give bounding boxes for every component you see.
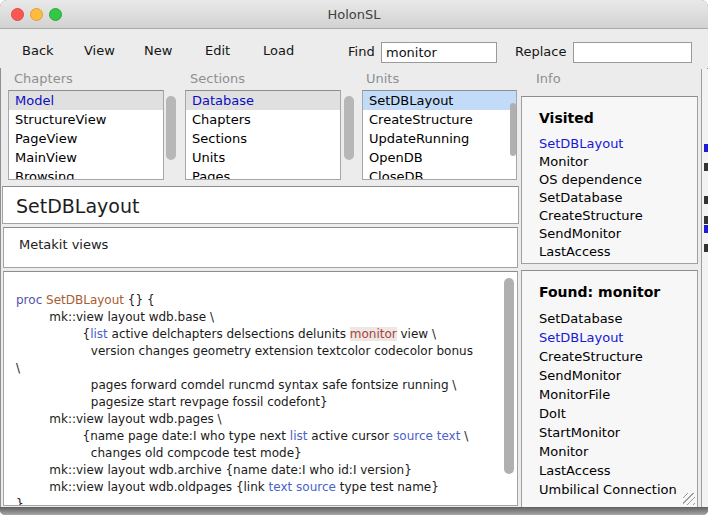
found-title: Found: monitor — [522, 271, 697, 309]
window-bottom-edge — [0, 507, 708, 515]
units-item-updaterunning[interactable]: UpdateRunning — [363, 129, 516, 148]
chapters-item-model[interactable]: Model — [9, 91, 163, 110]
found-link[interactable]: DoIt — [522, 404, 697, 423]
sections-scrollbar[interactable] — [344, 90, 354, 180]
unit-subtitle-panel[interactable]: Metakit views — [3, 227, 518, 268]
sections-item-database[interactable]: Database — [186, 91, 340, 110]
visited-panel: Visited SetDBLayoutMonitorOS dependenceS… — [521, 96, 698, 264]
visited-title: Visited — [522, 97, 697, 135]
code-line: pagesize start revpage fossil codefont} — [16, 394, 517, 411]
code-line: } — [16, 496, 517, 506]
found-link[interactable]: StartMonitor — [522, 423, 697, 442]
visited-link[interactable]: OS dependence — [522, 171, 697, 189]
scrollbar-thumb[interactable] — [344, 96, 354, 160]
load-button[interactable]: Load — [263, 43, 294, 58]
visited-link[interactable]: LastAccess — [522, 243, 697, 261]
found-panel: Found: monitor SetDatabaseSetDBLayoutCre… — [521, 270, 698, 508]
unit-title: SetDBLayout — [3, 187, 518, 217]
found-list: SetDatabaseSetDBLayoutCreateStructureSen… — [522, 309, 697, 499]
chapters-item-pageview[interactable]: PageView — [9, 129, 163, 148]
clipped-right-edge — [701, 69, 708, 508]
found-link[interactable]: MonitorFile — [522, 385, 697, 404]
found-link[interactable]: Umbilical Connection — [522, 480, 697, 499]
sections-item-chapters[interactable]: Chapters — [186, 110, 340, 129]
window-title: HolonSL — [0, 7, 708, 22]
chapters-item-structureview[interactable]: StructureView — [9, 110, 163, 129]
units-item-createstructure[interactable]: CreateStructure — [363, 110, 516, 129]
toolbar: Find Replace BackViewNewEditLoad — [0, 29, 708, 68]
replace-label: Replace — [515, 44, 566, 59]
titlebar[interactable]: HolonSL — [0, 0, 708, 29]
view-button[interactable]: View — [84, 43, 115, 58]
clipped-content-fragment — [704, 216, 708, 224]
chapters-scrollbar[interactable] — [166, 90, 176, 180]
sections-item-units[interactable]: Units — [186, 148, 340, 167]
code-line: mk::view layout wdb.archive {name date:I… — [16, 462, 517, 479]
find-label: Find — [348, 44, 375, 59]
clipped-content-fragment — [704, 144, 708, 152]
units-scrollbar-thumb[interactable] — [510, 103, 516, 156]
code-line: {name page date:I who type next list act… — [16, 428, 517, 445]
visited-link[interactable]: Monitor — [522, 153, 697, 171]
chapters-listbox[interactable]: ModelStructureViewPageViewMainViewBrowsi… — [8, 90, 164, 180]
app-window: HolonSL Find Replace BackViewNewEditLoad… — [0, 0, 708, 515]
sections-listbox[interactable]: DatabaseChaptersSectionsUnitsPages — [185, 90, 341, 180]
found-link[interactable]: Monitor — [522, 442, 697, 461]
edit-button[interactable]: Edit — [205, 43, 230, 58]
code-line: proc SetDBLayout {} { — [16, 292, 517, 309]
code-scrollbar-thumb[interactable] — [504, 278, 514, 474]
code-line: {list active delchapters delsections del… — [16, 326, 517, 343]
scrollbar-thumb[interactable] — [166, 96, 176, 160]
chapters-item-mainview[interactable]: MainView — [9, 148, 163, 167]
found-link[interactable]: SetDBLayout — [522, 328, 697, 347]
resize-grip-icon[interactable] — [683, 493, 695, 505]
code-line: mk::view layout wdb.base \ — [16, 309, 517, 326]
found-link[interactable]: CreateStructure — [522, 347, 697, 366]
find-input[interactable] — [381, 42, 497, 63]
code-editor[interactable]: proc SetDBLayout {} { mk::view layout wd… — [3, 271, 518, 506]
units-item-opendb[interactable]: OpenDB — [363, 148, 516, 167]
visited-link[interactable]: StartMonitor — [522, 261, 697, 264]
found-link[interactable]: LastAccess — [522, 461, 697, 480]
clipped-content-fragment — [704, 244, 708, 252]
visited-link[interactable]: SetDBLayout — [522, 135, 697, 153]
code-line: changes old compcode test mode} — [16, 445, 517, 462]
found-link[interactable]: SetDatabase — [522, 309, 697, 328]
code-line: version changes geometry extension textc… — [16, 343, 517, 360]
code-line: mk::view layout wdb.pages \ — [16, 411, 517, 428]
visited-link[interactable]: SendMonitor — [522, 225, 697, 243]
units-item-setdblayout[interactable]: SetDBLayout — [363, 91, 516, 110]
found-link[interactable]: SendMonitor — [522, 366, 697, 385]
code-content: proc SetDBLayout {} { mk::view layout wd… — [4, 272, 517, 506]
visited-link[interactable]: CreateStructure — [522, 207, 697, 225]
clipped-content-fragment — [704, 196, 708, 204]
unit-subtitle: Metakit views — [4, 228, 517, 252]
sections-item-pages[interactable]: Pages — [186, 167, 340, 180]
code-line: \ — [16, 360, 517, 377]
clipped-content-fragment — [704, 225, 708, 233]
units-item-closedb[interactable]: CloseDB — [363, 167, 516, 180]
back-button[interactable]: Back — [22, 43, 54, 58]
visited-list: SetDBLayoutMonitorOS dependenceSetDataba… — [522, 135, 697, 264]
replace-input[interactable] — [573, 42, 692, 63]
units-header: Units — [366, 71, 399, 86]
new-button[interactable]: New — [144, 43, 172, 58]
code-line: mk::view layout wdb.oldpages {link text … — [16, 479, 517, 496]
units-listbox[interactable]: SetDBLayoutCreateStructureUpdateRunningO… — [362, 90, 517, 180]
sections-item-sections[interactable]: Sections — [186, 129, 340, 148]
chapters-item-browsing[interactable]: Browsing — [9, 167, 163, 180]
unit-title-panel: SetDBLayout — [2, 186, 519, 224]
visited-link[interactable]: SetDatabase — [522, 189, 697, 207]
info-header: Info — [536, 71, 561, 86]
code-line: pages forward comdel runcmd syntax safe … — [16, 377, 517, 394]
clipped-content-fragment — [704, 163, 708, 171]
chapters-header: Chapters — [14, 71, 73, 86]
sections-header: Sections — [190, 71, 245, 86]
